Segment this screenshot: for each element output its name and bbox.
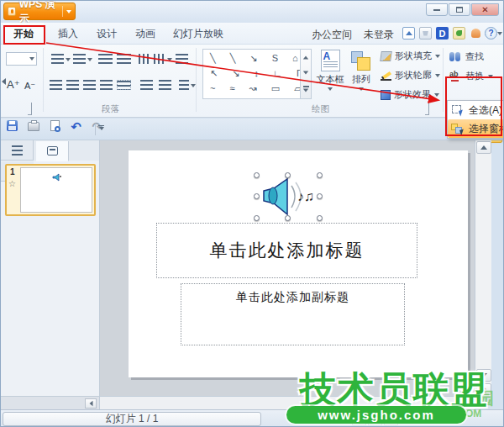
paragraph-group-label: 段落 (102, 103, 119, 115)
decrease-indent-icon[interactable] (98, 54, 113, 64)
tab-insert[interactable]: 插入 (48, 23, 88, 45)
increase-indent-icon[interactable] (117, 54, 131, 64)
textbox-button[interactable]: A 文本框 (315, 50, 345, 91)
subtitle-placeholder[interactable]: 单击此处添加副标题 (181, 283, 405, 345)
previous-slide-button[interactable] (476, 383, 491, 395)
chevron-down-icon[interactable] (87, 58, 92, 61)
line-spacing-icon[interactable] (140, 80, 153, 90)
skin-icon[interactable] (419, 27, 432, 40)
save-button[interactable] (5, 119, 19, 133)
shape-fill-button[interactable]: 形状填充 (381, 50, 440, 62)
find-button[interactable]: 查找 (449, 50, 484, 63)
chevron-down-icon (99, 127, 104, 130)
expand-statusbar-button[interactable] (328, 413, 335, 424)
wps-app-menu-button[interactable]: WPS 演示 (3, 3, 76, 20)
shapes-row-3[interactable]: ~ ≈ ↝ ▭ ▱ ◇ (210, 81, 300, 96)
arrange-button[interactable]: 排列 (347, 50, 375, 91)
slides-view-tab[interactable] (36, 141, 69, 161)
paint-bucket-icon (380, 51, 392, 61)
undo-button[interactable]: ↶ (69, 120, 83, 134)
tab-design[interactable]: 设计 (87, 23, 127, 45)
font-size-dropdown[interactable] (6, 52, 37, 66)
resize-handle[interactable] (317, 193, 323, 199)
chevron-down-icon (328, 87, 333, 91)
shapes-row-2[interactable]: ↖ ↘ ↕ ∟ Γ ↵ (210, 66, 300, 81)
slide-sorter-view-button[interactable] (368, 414, 382, 425)
slide-counter-segment[interactable]: 幻灯片 1 / 1 (3, 412, 261, 426)
shapes-gallery-scrollbar[interactable] (301, 49, 312, 99)
chevron-down-icon[interactable] (66, 58, 71, 61)
resize-handle[interactable] (254, 215, 260, 221)
scroll-left-button[interactable] (85, 398, 97, 409)
user-avatar-icon[interactable] (470, 27, 482, 40)
print-preview-button[interactable] (48, 119, 62, 133)
slideshow-view-button[interactable] (384, 414, 398, 425)
minimize-button[interactable] (426, 3, 448, 16)
scroll-down-icon[interactable] (303, 71, 308, 74)
chevron-down-icon[interactable] (167, 58, 172, 61)
numbered-list-icon[interactable] (73, 54, 86, 64)
scroll-down-button[interactable] (476, 369, 491, 382)
text-direction-icon[interactable] (139, 54, 149, 64)
scroll-up-button[interactable] (476, 141, 491, 154)
tab-animation[interactable]: 动画 (125, 23, 165, 45)
shapes-gallery[interactable]: ╲ ╲ ↘ S ⌂ ✎ ↖ ↘ ↕ ∟ Γ ↵ ~ ≈ ↝ ▭ ▱ ◇ (202, 49, 301, 99)
shapes-row-1[interactable]: ╲ ╲ ↘ S ⌂ ✎ (210, 50, 300, 66)
drawing-dialog-launcher-icon[interactable] (428, 103, 429, 115)
chevron-down-icon (480, 373, 487, 377)
title-placeholder[interactable]: 单击此处添加标题 (156, 223, 417, 278)
arrange-icon (350, 50, 372, 71)
collapse-ribbon-button[interactable] (402, 27, 415, 40)
collapse-panel-arrow-icon[interactable] (2, 78, 6, 85)
feedback-mail-icon[interactable] (453, 27, 465, 40)
shape-effects-button[interactable]: 形状效果 (381, 88, 439, 101)
minimize-icon (433, 9, 440, 11)
align-center-icon[interactable] (66, 80, 79, 90)
resize-handle[interactable] (317, 215, 323, 221)
align-left-icon[interactable] (50, 80, 62, 90)
vertical-scrollbar[interactable] (475, 140, 491, 396)
chevron-down-icon[interactable] (497, 32, 502, 35)
align-right-icon[interactable] (83, 80, 96, 90)
decrease-font-button[interactable]: A⁻ (24, 81, 35, 92)
docer-badge-icon[interactable]: D (436, 27, 449, 40)
close-button[interactable]: ✕ (471, 3, 499, 16)
resize-handle[interactable] (254, 172, 260, 178)
distribute-justify-icon[interactable] (117, 80, 131, 90)
help-button[interactable]: ? (485, 27, 497, 40)
resize-handle[interactable] (285, 215, 291, 221)
login-status-link[interactable]: 未登录 (364, 28, 394, 42)
shape-outline-button[interactable]: 形状轮廓 (381, 69, 440, 82)
resize-handle[interactable] (254, 193, 260, 199)
bullet-list-icon[interactable] (51, 54, 64, 64)
slide-editing-area[interactable]: 单击此处添加标题 单击此处添加副标题 ♪♫ (129, 150, 468, 377)
increase-font-button[interactable]: A⁺ (7, 78, 20, 91)
scroll-up-icon[interactable] (303, 55, 308, 59)
ribbon-tab-row: 开始 插入 设计 动画 幻灯片放映 办公空间 未登录 D ? (1, 23, 504, 45)
divider (43, 48, 44, 112)
normal-view-button[interactable] (352, 414, 366, 425)
indent-menu-icon[interactable] (179, 80, 189, 90)
chevron-down-icon (359, 87, 364, 91)
outline-view-tab[interactable] (1, 140, 34, 161)
tab-slideshow[interactable]: 幻灯片放映 (163, 23, 234, 45)
paragraph-spacing-icon[interactable] (159, 80, 171, 90)
gallery-more-icon[interactable] (302, 86, 309, 92)
effect-square-icon (381, 90, 391, 100)
print-button[interactable] (26, 119, 40, 134)
align-text-icon[interactable] (154, 54, 165, 64)
horizontal-scrollbar[interactable] (100, 396, 475, 409)
office-space-link[interactable]: 办公空间 (312, 28, 352, 42)
slide-thumbnail-selected[interactable]: 1 ☆ (5, 164, 96, 216)
panel-scrollbar[interactable] (1, 396, 99, 409)
resize-handle[interactable] (285, 172, 291, 178)
sound-clipart-selection[interactable]: ♪♫ (256, 175, 320, 219)
justify-icon[interactable] (100, 80, 113, 90)
slides-panel: ✕ 1 ☆ (1, 140, 100, 409)
resize-handle[interactable] (317, 172, 323, 178)
maximize-button[interactable] (449, 3, 470, 16)
customize-toolbar-button[interactable] (98, 125, 104, 130)
app-title: WPS 演示 (19, 0, 59, 26)
distribute-text-icon[interactable] (176, 54, 188, 64)
font-dialog-launcher-icon[interactable] (31, 103, 32, 115)
